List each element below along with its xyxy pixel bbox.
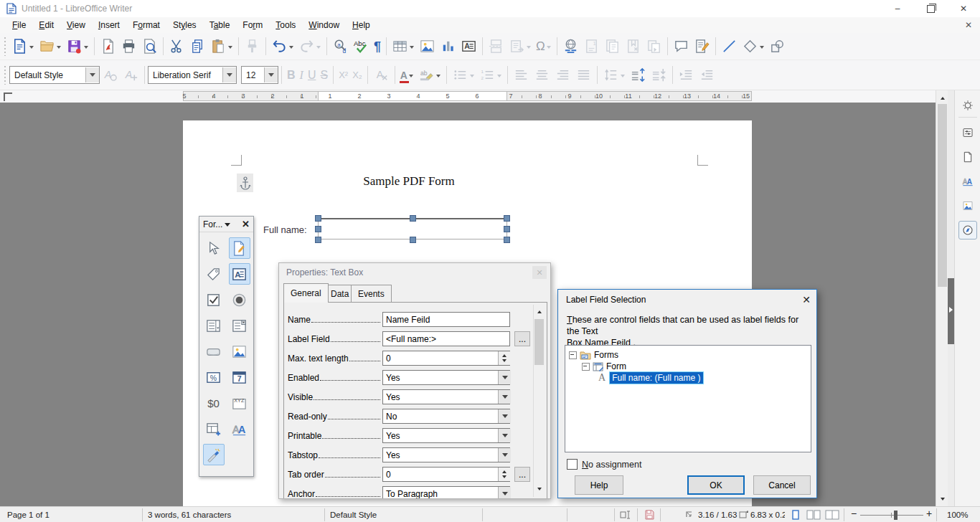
align-left-button[interactable] <box>511 65 532 86</box>
sidebar-properties-button[interactable] <box>958 123 977 142</box>
cross-reference-button[interactable] <box>644 36 664 57</box>
toolbar-close-button[interactable]: ✕ <box>242 219 250 229</box>
insert-table-button[interactable] <box>390 36 417 57</box>
open-button[interactable] <box>37 36 64 57</box>
selection-handle[interactable] <box>315 226 321 232</box>
no-assignment-row[interactable]: No assignment <box>567 459 641 470</box>
copy-button[interactable] <box>187 36 208 57</box>
insert-line-button[interactable] <box>719 36 740 57</box>
enabled-select[interactable]: Yes <box>382 370 510 385</box>
show-draw-functions-button[interactable] <box>767 36 788 57</box>
font-size-select[interactable]: 12 <box>241 66 278 84</box>
spelling-button[interactable]: Abc <box>351 36 372 57</box>
highlight-color-button[interactable]: ab <box>416 65 443 86</box>
tabstop-dropdown[interactable] <box>498 448 511 462</box>
toolbar-menu-icon[interactable] <box>225 223 230 229</box>
selection-handle[interactable] <box>504 237 510 243</box>
ok-button[interactable]: OK <box>687 475 745 495</box>
properties-scrollbar[interactable] <box>533 305 545 497</box>
selection-handle[interactable] <box>504 226 510 232</box>
formatbar-grip[interactable] <box>3 66 6 85</box>
select-tool-button[interactable] <box>203 237 225 259</box>
zoom-level-status[interactable]: 100% <box>947 509 968 521</box>
print-preview-button[interactable] <box>139 36 160 57</box>
clear-formatting-button[interactable]: A <box>371 65 392 86</box>
align-center-button[interactable] <box>532 65 552 86</box>
cut-button[interactable] <box>166 36 187 57</box>
justify-button[interactable] <box>573 65 594 86</box>
subscript-button[interactable]: X₂ <box>350 65 364 86</box>
redo-button[interactable] <box>296 36 324 57</box>
document-modified-status[interactable] <box>644 510 655 520</box>
print-button[interactable] <box>118 36 139 57</box>
menu-tools[interactable]: Tools <box>269 18 302 32</box>
line-spacing-button[interactable] <box>600 65 628 86</box>
bold-button[interactable]: B <box>285 65 298 86</box>
font-color-button[interactable]: A <box>398 65 416 86</box>
paragraph-style-dropdown[interactable] <box>85 67 99 82</box>
max-text-length-input[interactable]: 0 <box>382 351 510 366</box>
scroll-down-arrow[interactable] <box>937 494 948 506</box>
minimize-button[interactable]: – <box>881 0 914 17</box>
sidebar-gallery-button[interactable] <box>958 196 977 215</box>
update-style-button[interactable]: A <box>100 65 121 86</box>
anchor-select[interactable]: To Paragraph <box>382 486 510 499</box>
zoom-slider-thumb[interactable] <box>894 511 897 520</box>
restore-button[interactable] <box>914 0 947 17</box>
control-wizards-button[interactable] <box>203 444 225 465</box>
anchor-dropdown[interactable] <box>498 487 511 499</box>
align-right-button[interactable] <box>552 65 573 86</box>
horizontal-ruler[interactable]: 5 4 3 2 1 1 2 3 4 5 6 7 8 9 10 11 12 13 … <box>0 90 980 103</box>
undo-button[interactable] <box>269 36 296 57</box>
label-dialog-close-button[interactable]: ✕ <box>802 294 811 305</box>
special-character-button[interactable]: Ω <box>534 36 554 57</box>
insert-footnote-button[interactable]: 1 <box>581 36 602 57</box>
menu-help[interactable]: Help <box>346 18 377 32</box>
decrease-indent-button[interactable] <box>697 65 717 86</box>
single-page-view-button[interactable] <box>791 510 801 521</box>
insert-field-button[interactable] <box>507 36 534 57</box>
export-pdf-button[interactable] <box>98 36 118 57</box>
help-button[interactable]: Help <box>575 475 623 495</box>
selection-handle[interactable] <box>504 215 510 222</box>
insert-bookmark-button[interactable] <box>623 36 644 57</box>
new-style-button[interactable]: A <box>121 65 141 86</box>
multi-page-view-button[interactable] <box>806 510 821 521</box>
strikethrough-button[interactable]: S <box>318 65 330 86</box>
insert-comment-button[interactable] <box>671 36 692 57</box>
printable-dropdown[interactable] <box>498 429 511 442</box>
sidebar-page-button[interactable] <box>958 148 977 166</box>
paragraph-style-select[interactable]: Default Style <box>9 66 100 84</box>
object-position-status[interactable]: 3.16 / 1.63 <box>698 509 737 521</box>
insert-endnote-button[interactable] <box>602 36 623 57</box>
cancel-button[interactable]: Cancel <box>753 475 811 495</box>
sidebar-splitter[interactable] <box>948 90 954 506</box>
basic-shapes-button[interactable] <box>740 36 767 57</box>
tab-general[interactable]: General <box>283 283 329 303</box>
scrollbar-thumb[interactable] <box>938 104 947 287</box>
tree-item-full-name[interactable]: A Full name: (Full name ) <box>565 372 811 384</box>
close-button[interactable]: ✕ <box>947 0 980 17</box>
find-replace-button[interactable]: ad <box>330 36 351 57</box>
track-changes-button[interactable] <box>692 36 712 57</box>
text-box-control-button[interactable]: A <box>229 263 250 285</box>
zoom-out-button[interactable]: − <box>851 508 857 519</box>
sidebar-styles-button[interactable]: AA <box>958 172 977 191</box>
new-document-button[interactable] <box>9 36 37 57</box>
enabled-dropdown[interactable] <box>498 371 511 384</box>
properties-dialog-titlebar[interactable]: Properties: Text Box <box>279 263 550 282</box>
check-box-control-button[interactable] <box>203 289 225 310</box>
word-count-status[interactable]: 3 words, 61 characters <box>148 509 231 521</box>
readonly-select[interactable]: No <box>382 409 510 424</box>
tabstop-select[interactable]: Yes <box>382 447 510 462</box>
label-field-input[interactable]: <Full name:> <box>382 331 510 346</box>
menu-edit[interactable]: Edit <box>32 18 60 32</box>
font-size-dropdown[interactable] <box>264 67 278 82</box>
list-box-control-button[interactable] <box>203 315 225 336</box>
label-dialog-titlebar[interactable]: Label Field Selection <box>558 290 816 310</box>
table-control-button[interactable] <box>203 418 225 440</box>
tree-item-form[interactable]: Form <box>565 361 811 372</box>
menu-window[interactable]: Window <box>302 18 346 32</box>
vertical-scrollbar[interactable] <box>936 90 948 506</box>
pattern-field-button[interactable]: XYZ <box>229 392 250 414</box>
